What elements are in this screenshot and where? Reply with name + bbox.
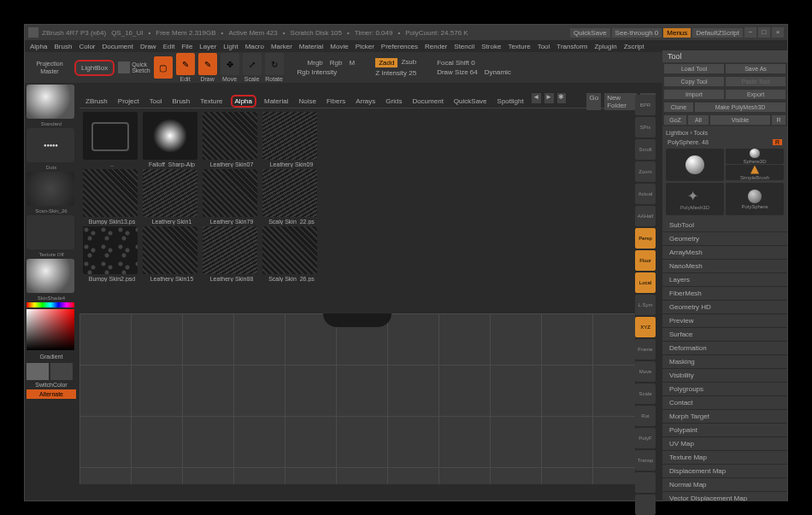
switch-color-button[interactable]: SwitchColor — [26, 382, 76, 388]
menu-movie[interactable]: Movie — [330, 43, 348, 50]
lightbox-item[interactable]: Bumpy Skin2.psd — [83, 226, 141, 282]
export-button[interactable]: Export — [726, 90, 786, 99]
lightbox-tab-document[interactable]: Document — [409, 97, 445, 106]
tool-section-deformation[interactable]: Deformation — [662, 342, 787, 355]
right-tool-scale[interactable]: Scale — [635, 383, 656, 404]
draw-button[interactable]: ✎ — [198, 53, 217, 75]
menu-macro[interactable]: Macro — [245, 43, 264, 50]
z-intensity-slider[interactable]: Z Intensity 25 — [375, 69, 416, 77]
quicksave-button[interactable]: QuickSave — [570, 28, 610, 38]
secondary-color-swatch[interactable] — [50, 363, 73, 380]
nav-search-icon[interactable]: ✱ — [557, 93, 567, 103]
main-color-swatch[interactable] — [26, 363, 49, 380]
right-tool-frame[interactable]: Frame — [635, 339, 656, 360]
right-tool-floor[interactable]: Floor — [635, 250, 656, 271]
lightbox-item[interactable]: Falloff_Sharp-Alp — [143, 112, 201, 167]
lightbox-tab-noise[interactable]: Noise — [296, 97, 318, 106]
lightbox-tab-spotlight[interactable]: Spotlight — [495, 97, 527, 106]
visible-button[interactable]: Visible — [710, 115, 770, 125]
tool-section-geometry[interactable]: Geometry — [662, 232, 787, 246]
lightbox-tab-zbrush[interactable]: ZBrush — [83, 97, 110, 106]
tool-section-subtool[interactable]: SubTool — [662, 219, 787, 232]
gradient-button[interactable]: Gradient — [26, 354, 76, 360]
quick-sketch-button[interactable]: QuickSketch — [118, 61, 150, 73]
tool-section-normal-map[interactable]: Normal Map — [662, 478, 787, 492]
new-folder-button[interactable]: New Folder — [604, 93, 637, 110]
draw-size-slider[interactable]: Draw Size 64 — [437, 68, 478, 76]
right-tool-lsym[interactable]: L.Sym — [635, 295, 656, 315]
material-slot[interactable] — [26, 259, 74, 293]
lightbox-tab-texture[interactable]: Texture — [197, 97, 225, 106]
right-tool-persp[interactable]: Persp — [635, 228, 656, 249]
lightbox-tab-arrays[interactable]: Arrays — [353, 97, 378, 106]
menu-edit[interactable]: Edit — [163, 43, 175, 50]
m-button[interactable]: M — [349, 59, 355, 67]
tool-section-uv-map[interactable]: UV Map — [662, 437, 787, 451]
scale-button[interactable]: ⤢ — [243, 53, 262, 75]
right-tool-bpr[interactable]: BPR — [635, 95, 656, 115]
right-tool-zoom[interactable]: Zoom — [635, 161, 656, 182]
alpha-slot[interactable] — [26, 172, 74, 206]
brush-slot[interactable] — [26, 85, 74, 119]
menu-brush[interactable]: Brush — [54, 43, 72, 50]
menus-button[interactable]: Menus — [663, 28, 691, 38]
color-picker[interactable] — [26, 309, 74, 350]
edit-button[interactable]: ✎ — [176, 53, 195, 75]
menu-draw[interactable]: Draw — [140, 43, 156, 50]
tool-thumb-polysphere2[interactable]: PolySphere — [726, 183, 784, 215]
hue-bar[interactable] — [26, 302, 74, 307]
make-polymesh-button[interactable]: Make PolyMesh3D — [695, 102, 786, 112]
lightbox-item[interactable]: Leathery Skin07 — [203, 112, 261, 167]
right-tool-scroll[interactable]: Scroll — [635, 139, 656, 160]
lightbox-item[interactable]: Leathery Skin79 — [203, 169, 261, 225]
tool-section-masking[interactable]: Masking — [662, 355, 787, 369]
menu-preferences[interactable]: Preferences — [381, 43, 418, 50]
lightbox-tab-project[interactable]: Project — [115, 97, 142, 106]
menu-material[interactable]: Material — [299, 43, 323, 50]
lightbox-tab-fibers[interactable]: Fibers — [324, 97, 348, 106]
tool-thumb-simplebrush[interactable]: SimpleBrush — [726, 165, 784, 180]
all-button[interactable]: All — [688, 115, 709, 125]
default-zscript[interactable]: DefaultZScript — [692, 28, 743, 38]
paste-tool-button[interactable]: Paste Tool — [726, 77, 786, 86]
tool-thumb-polymesh3d[interactable]: ✦PolyMesh3D — [666, 183, 724, 215]
menu-picker[interactable]: Picker — [356, 43, 374, 50]
tool-thumb-sphere3d[interactable]: Sphere3D — [726, 149, 784, 164]
tool-section-polypaint[interactable]: Polypaint — [662, 424, 787, 437]
right-tool-xyz[interactable]: XYZ — [635, 317, 656, 337]
goz-button[interactable]: GoZ — [664, 115, 686, 125]
lightbox-tab-grids[interactable]: Grids — [383, 97, 404, 106]
load-tool-button[interactable]: Load Tool — [664, 64, 724, 73]
menu-light[interactable]: Light — [223, 43, 238, 50]
right-tool-spix[interactable]: SPix — [635, 117, 656, 138]
menu-texture[interactable]: Texture — [508, 43, 530, 50]
rgb-button[interactable]: Rgb — [330, 59, 343, 67]
right-tool-polyf[interactable]: PolyF — [635, 428, 656, 448]
menu-zscript[interactable]: Zscript — [624, 43, 644, 50]
menu-alpha[interactable]: Alpha — [30, 43, 47, 50]
menu-render[interactable]: Render — [425, 43, 447, 50]
menu-stroke[interactable]: Stroke — [481, 43, 501, 50]
tool-section-morph-target[interactable]: Morph Target — [662, 410, 787, 424]
lightbox-item[interactable]: Bumpy Skin13.ps — [83, 169, 141, 225]
tool-section-geometry-hd[interactable]: Geometry HD — [662, 301, 787, 314]
save-as-button[interactable]: Save As — [726, 64, 786, 73]
tool-section-fibermesh[interactable]: FiberMesh — [662, 287, 787, 301]
right-tool-move[interactable]: Move — [635, 361, 656, 382]
lightbox-tab-brush[interactable]: Brush — [169, 97, 192, 106]
menu-stencil[interactable]: Stencil — [454, 43, 474, 50]
rotate-button[interactable]: ↻ — [265, 53, 284, 75]
tool-section-preview[interactable]: Preview — [662, 314, 787, 328]
menu-tool[interactable]: Tool — [538, 43, 550, 50]
tool-section-polygroups[interactable]: Polygroups — [662, 383, 787, 396]
minimize-button[interactable]: − — [744, 27, 756, 38]
lightbox-tab-quicksave[interactable]: QuickSave — [451, 97, 490, 106]
stroke-slot[interactable] — [26, 128, 74, 162]
tool-section-nanomesh[interactable]: NanoMesh — [662, 260, 787, 273]
r-button[interactable]: R — [772, 115, 786, 125]
lightbox-tab-material[interactable]: Material — [262, 97, 291, 106]
tool-section-displacement-map[interactable]: Displacement Map — [662, 465, 787, 478]
tool-section-texture-map[interactable]: Texture Map — [662, 451, 787, 465]
copy-tool-button[interactable]: Copy Tool — [664, 77, 724, 86]
rgb-intensity-slider[interactable]: Rgb Intensity — [297, 68, 356, 76]
